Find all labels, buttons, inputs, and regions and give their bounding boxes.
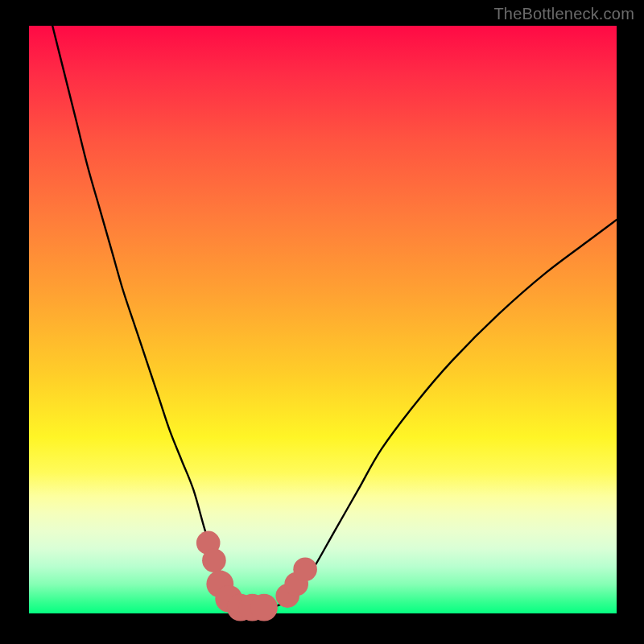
plot-area <box>29 26 617 613</box>
curve-marker <box>202 549 226 573</box>
chart-frame: TheBottleneck.com <box>0 0 644 644</box>
marker-group <box>196 531 317 621</box>
curve-svg <box>29 26 617 613</box>
bottleneck-curve <box>52 26 617 608</box>
watermark-text: TheBottleneck.com <box>493 5 634 23</box>
curve-marker <box>293 558 317 582</box>
curve-marker <box>250 594 278 621</box>
